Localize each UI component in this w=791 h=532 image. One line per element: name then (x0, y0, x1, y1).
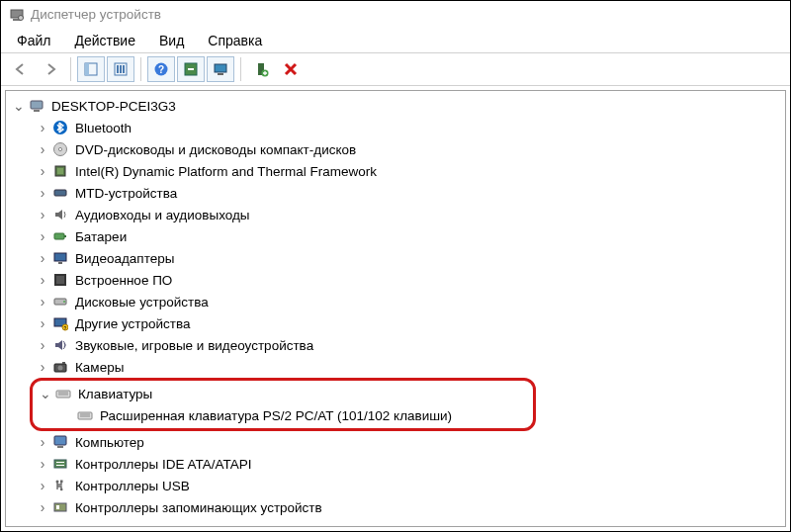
node-label: Контроллеры IDE ATA/ATAPI (75, 457, 251, 472)
device-tree: ⌄ DESKTOP-PCEI3G3 ›Bluetooth›DVD-дисково… (8, 95, 783, 518)
tree-node[interactable]: ›Встроенное ПО (8, 269, 783, 291)
expand-icon[interactable]: › (36, 250, 49, 266)
add-hardware-button[interactable] (247, 56, 275, 82)
separator (140, 57, 141, 81)
tree-node-keyboards[interactable]: ⌄ Клавиатуры (33, 383, 529, 404)
sound-icon (51, 336, 69, 354)
expand-icon[interactable]: › (36, 456, 49, 472)
tree-node[interactable]: ›Bluetooth (8, 117, 783, 138)
app-icon (9, 7, 25, 23)
tree-node[interactable]: ›Другие устройства (8, 312, 783, 334)
menu-help[interactable]: Справка (198, 31, 272, 50)
node-label: Клавиатуры (78, 387, 152, 401)
dvd-icon (51, 140, 69, 158)
menu-action[interactable]: Действие (64, 31, 145, 50)
node-label: Встроенное ПО (75, 273, 172, 288)
root-label: DESKTOP-PCEI3G3 (51, 99, 176, 114)
keyboard-icon (54, 385, 72, 402)
node-label: Батареи (75, 229, 127, 244)
tree-node[interactable]: ›Видеоадаптеры (8, 247, 783, 269)
disk-icon (51, 293, 69, 310)
expand-icon[interactable]: › (36, 141, 49, 157)
bluetooth-icon (51, 119, 69, 136)
separator (70, 57, 71, 81)
node-label: Камеры (75, 360, 124, 375)
mtd-icon (51, 184, 69, 202)
back-button[interactable] (7, 56, 35, 82)
expand-icon[interactable]: › (36, 228, 49, 244)
expand-icon[interactable]: › (36, 185, 49, 201)
tree-node[interactable]: ›Компьютер (8, 431, 783, 453)
tree-node[interactable]: ›Контроллеры USB (8, 475, 783, 496)
collapse-icon[interactable]: ⌄ (39, 386, 52, 401)
chip-icon (51, 162, 69, 180)
tree-node[interactable]: ›Контроллеры IDE ATA/ATAPI (8, 453, 783, 475)
node-label: MTD-устройства (75, 186, 177, 201)
collapse-icon[interactable]: ⌄ (12, 98, 26, 114)
tree-node[interactable]: ›Батареи (8, 225, 783, 247)
highlight-annotation: ⌄ Клавиатуры Расширенная клавиатура PS/2… (30, 378, 536, 431)
audio-icon (51, 206, 69, 223)
menu-view[interactable]: Вид (149, 31, 194, 50)
node-label: DVD-дисководы и дисководы компакт-дисков (75, 142, 356, 157)
tree-node[interactable]: ›Контроллеры запоминающих устройств (8, 496, 783, 518)
leaf-label: Расширенная клавиатура PS/2 PC/AT (101/1… (100, 408, 452, 423)
tree-node[interactable]: ›Камеры (8, 356, 783, 378)
menu-file[interactable]: Файл (7, 31, 60, 50)
display-icon (51, 249, 69, 267)
camera-icon (51, 358, 69, 376)
expand-icon[interactable]: › (36, 207, 49, 222)
device-manager-window: Диспетчер устройств Файл Действие Вид Сп… (0, 0, 791, 532)
computer-icon (51, 433, 69, 451)
remove-button[interactable] (277, 56, 305, 82)
node-label: Другие устройства (75, 316, 191, 331)
node-label: Дисковые устройства (75, 295, 209, 310)
window-title: Диспетчер устройств (31, 7, 161, 22)
node-label: Видеоадаптеры (75, 251, 174, 266)
toolbar (1, 52, 790, 86)
scan-hardware-button[interactable] (177, 56, 205, 82)
tree-leaf-keyboard-device[interactable]: Расширенная клавиатура PS/2 PC/AT (101/1… (33, 404, 529, 426)
keyboard-icon (76, 406, 94, 424)
node-label: Контроллеры USB (75, 479, 190, 493)
tree-node[interactable]: ›Дисковые устройства (8, 291, 783, 312)
titlebar: Диспетчер устройств (1, 1, 790, 29)
node-label: Intel(R) Dynamic Platform and Thermal Fr… (75, 164, 377, 179)
forward-button[interactable] (37, 56, 64, 82)
expand-icon[interactable]: › (36, 337, 49, 353)
firmware-icon (51, 271, 69, 289)
tree-node[interactable]: ›Аудиовходы и аудиовыходы (8, 204, 783, 225)
computer-icon (28, 97, 45, 115)
node-label: Компьютер (75, 435, 144, 450)
battery-icon (51, 227, 69, 245)
node-label: Bluetooth (75, 121, 132, 135)
expand-icon[interactable]: › (36, 120, 49, 135)
tree-node[interactable]: ›Звуковые, игровые и видеоустройства (8, 334, 783, 356)
expand-icon[interactable]: › (36, 359, 49, 375)
show-hidden-button[interactable] (207, 56, 234, 82)
menubar: Файл Действие Вид Справка (1, 29, 790, 52)
expand-icon[interactable]: › (36, 272, 49, 288)
console-tree-button[interactable] (77, 56, 105, 82)
storage-ctrl-icon (51, 498, 69, 516)
help-button[interactable] (147, 56, 175, 82)
expand-icon[interactable]: › (36, 315, 49, 331)
content-area: ⌄ DESKTOP-PCEI3G3 ›Bluetooth›DVD-дисково… (1, 86, 790, 531)
ide-icon (51, 455, 69, 473)
tree-node[interactable]: ›Intel(R) Dynamic Platform and Thermal F… (8, 160, 783, 182)
tree-root[interactable]: ⌄ DESKTOP-PCEI3G3 (8, 95, 783, 117)
node-label: Контроллеры запоминающих устройств (75, 500, 322, 515)
tree-node[interactable]: ›DVD-дисководы и дисководы компакт-диско… (8, 138, 783, 160)
expand-icon[interactable]: › (36, 499, 49, 515)
tree-panel: ⌄ DESKTOP-PCEI3G3 ›Bluetooth›DVD-дисково… (5, 90, 786, 527)
node-label: Аудиовходы и аудиовыходы (75, 208, 250, 222)
node-label: Звуковые, игровые и видеоустройства (75, 338, 313, 353)
properties-button[interactable] (107, 56, 134, 82)
tree-node[interactable]: ›MTD-устройства (8, 182, 783, 204)
expand-icon[interactable]: › (36, 478, 49, 493)
expand-icon[interactable]: › (36, 294, 49, 310)
usb-icon (51, 477, 69, 494)
expand-icon[interactable]: › (36, 163, 49, 179)
other-icon (51, 314, 69, 332)
expand-icon[interactable]: › (36, 434, 49, 450)
